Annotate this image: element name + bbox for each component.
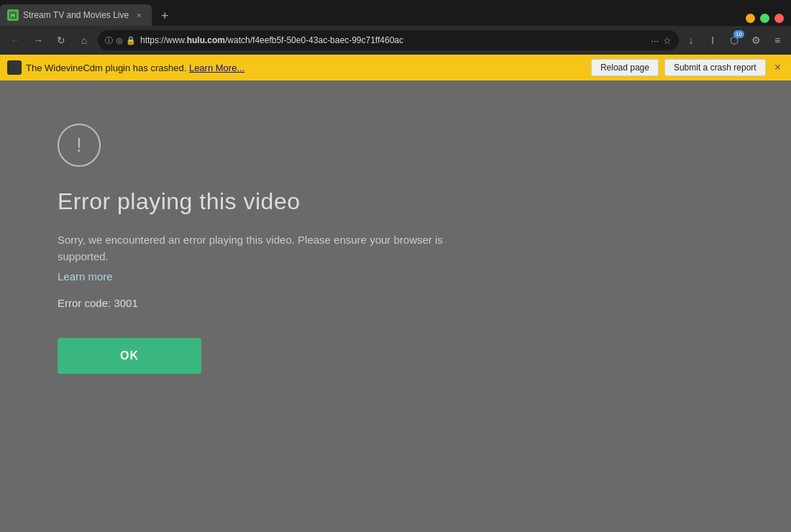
forward-button[interactable]: → — [29, 31, 47, 50]
toolbar-right: ↓ I ⬡ 10 ⚙ ≡ — [683, 32, 785, 48]
plugin-crash-icon — [7, 60, 22, 75]
address-bar-actions: ··· ☆ — [651, 35, 672, 46]
address-bar[interactable]: ⓘ ◎ 🔒 https://www.hulu.com/watch/f4eefb5… — [98, 30, 679, 50]
refresh-icon: ↻ — [57, 35, 65, 46]
exclamation-icon: ! — [76, 135, 82, 155]
info-icon: ⓘ — [105, 35, 113, 46]
learn-more-link[interactable]: Learn more — [58, 270, 489, 283]
settings-button[interactable]: ⚙ — [748, 32, 764, 48]
maximize-button[interactable] — [760, 14, 769, 23]
error-code-value: 3001 — [114, 297, 137, 309]
submit-crash-report-button[interactable]: Submit a crash report — [664, 59, 766, 76]
notification-message: The WidevineCdm plugin has crashed. Lear… — [26, 63, 587, 73]
traffic-lights — [746, 14, 784, 23]
forward-icon: → — [33, 35, 43, 46]
reload-page-button[interactable]: Reload page — [591, 59, 659, 76]
error-container: ! Error playing this video Sorry, we enc… — [58, 124, 489, 374]
tab-favicon: H — [7, 9, 19, 21]
svg-text:H: H — [11, 12, 15, 19]
url-path: /watch/f4eefb5f-50e0-43ac-baec-99c71ff46… — [225, 35, 403, 45]
settings-icon: ⚙ — [751, 35, 761, 46]
minimize-button[interactable] — [746, 14, 755, 23]
bookmark-icon[interactable]: ☆ — [663, 35, 672, 46]
browser-tab[interactable]: H Stream TV and Movies Live × — [0, 4, 152, 26]
tab-title: Stream TV and Movies Live — [23, 10, 129, 20]
url-domain: hulu.com — [187, 35, 225, 45]
tab-close-button[interactable]: × — [133, 9, 145, 21]
refresh-button[interactable]: ↻ — [52, 31, 70, 50]
notification-text: The WidevineCdm plugin has crashed. — [26, 63, 186, 73]
lock-icon: 🔒 — [126, 36, 136, 45]
notification-close-button[interactable]: × — [772, 61, 784, 74]
error-title: Error playing this video — [58, 188, 489, 215]
extensions-button[interactable]: ⬡ 10 — [726, 32, 742, 48]
download-button[interactable]: ↓ — [683, 32, 699, 48]
download-icon: ↓ — [689, 35, 694, 46]
notification-actions: Reload page Submit a crash report × — [591, 59, 784, 76]
address-bar-row: ← → ↻ ⌂ ⓘ ◎ 🔒 https://www.hulu.com/watch… — [0, 26, 791, 55]
home-icon: ⌂ — [81, 35, 87, 46]
notification-learn-more-link[interactable]: Learn More... — [189, 63, 244, 73]
more-options-icon[interactable]: ··· — [651, 35, 659, 46]
address-security-icons: ⓘ ◎ 🔒 — [105, 35, 136, 46]
reader-icon: I — [711, 35, 714, 46]
traffic-lights-container — [746, 14, 791, 26]
notification-bar: The WidevineCdm plugin has crashed. Lear… — [0, 55, 791, 81]
back-icon: ← — [10, 35, 20, 46]
shield-icon: ◎ — [116, 36, 123, 45]
reader-view-button[interactable]: I — [705, 32, 721, 48]
url-display: https://www.hulu.com/watch/f4eefb5f-50e0… — [140, 35, 646, 45]
close-window-button[interactable] — [774, 14, 784, 23]
extensions-badge: 10 — [733, 30, 744, 38]
url-prefix: https://www. — [140, 35, 187, 45]
ok-button[interactable]: OK — [58, 338, 201, 374]
menu-button[interactable]: ≡ — [769, 32, 785, 48]
error-code-label: Error code: — [58, 297, 111, 309]
page-content: ! Error playing this video Sorry, we enc… — [0, 81, 791, 532]
error-code: Error code: 3001 — [58, 297, 489, 309]
error-icon-circle: ! — [58, 124, 101, 167]
new-tab-button[interactable]: + — [155, 6, 175, 26]
home-button[interactable]: ⌂ — [75, 31, 93, 50]
menu-icon: ≡ — [774, 35, 780, 46]
error-description: Sorry, we encountered an error playing t… — [58, 232, 489, 265]
back-button[interactable]: ← — [6, 31, 24, 50]
browser-chrome: H Stream TV and Movies Live × + ← → ↻ ⌂ — [0, 0, 791, 81]
tab-bar: H Stream TV and Movies Live × + — [0, 0, 791, 26]
